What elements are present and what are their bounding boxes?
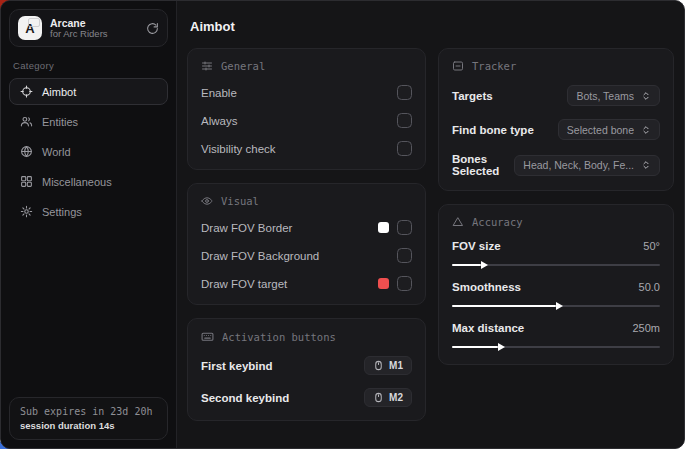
session-duration-text: session duration 14s [20,420,157,431]
sidebar-item-label: Entities [42,116,78,128]
card-title-label: Accuracy [472,216,523,228]
sidebar-item-entities[interactable]: Entities [9,108,168,135]
slider-fill [452,346,498,348]
setting-row-visibility-check: Visibility check [201,141,412,156]
dropdown-value: Selected bone [567,124,634,136]
setting-group-fov-size: FOV size 50° [452,240,660,269]
setting-row-draw-fov-border: Draw FOV Border [201,220,412,235]
dropdown-value: Head, Neck, Body, Fe... [523,159,634,171]
draw-fov-border-checkbox[interactable] [397,220,412,235]
sliders-icon [201,60,213,72]
max-distance-value: 250m [632,322,660,334]
keybind-value: M1 [389,360,403,371]
sidebar-item-label: Miscellaneous [42,176,112,188]
category-label: Category [13,60,164,71]
fov-target-color-swatch[interactable] [378,278,389,289]
mouse-icon [373,360,384,371]
setting-row-enable: Enable [201,85,412,100]
refresh-icon[interactable] [146,22,159,35]
max-distance-slider[interactable] [452,343,660,351]
eye-icon [201,195,213,207]
first-keybind-button[interactable]: M1 [364,356,412,375]
sidebar-item-aimbot[interactable]: Aimbot [9,78,168,105]
app-meta: Arcane for Arc Riders [50,17,108,40]
page-title: Aimbot [190,19,674,34]
targets-dropdown[interactable]: Bots, Teams [567,85,660,106]
grid-icon [20,175,33,188]
setting-label: Visibility check [201,143,276,155]
fov-size-value: 50° [643,240,660,252]
sidebar-item-label: World [42,146,71,158]
setting-label: Always [201,115,237,127]
fov-size-slider[interactable] [452,261,660,269]
chevrons-up-down-icon [641,160,651,170]
main-content: Aimbot General Enable [177,1,684,448]
always-checkbox[interactable] [397,113,412,128]
draw-fov-target-checkbox[interactable] [397,276,412,291]
app-name: Arcane [50,17,108,29]
setting-row-targets: Targets Bots, Teams [452,85,660,106]
visual-card: Visual Draw FOV Border Draw FOV Backgrou… [187,183,426,305]
card-title-label: Visual [221,195,259,207]
bones-selected-dropdown[interactable]: Head, Neck, Body, Fe... [514,155,660,176]
card-title-label: General [221,60,265,72]
sidebar-item-miscellaneous[interactable]: Miscellaneous [9,168,168,195]
page: A Arcane for Arc Riders Category Aimbot [0,0,685,449]
accuracy-card: Accuracy FOV size 50° [438,204,674,365]
setting-group-max-distance: Max distance 250m [452,322,660,351]
general-card: General Enable Always Visibility check [187,48,426,170]
chevrons-up-down-icon [641,91,651,101]
app-logo: A [18,16,42,40]
fov-border-color-swatch[interactable] [378,222,389,233]
sidebar: A Arcane for Arc Riders Category Aimbot [1,1,177,448]
app-header-card: A Arcane for Arc Riders [9,9,168,47]
triangle-icon [452,216,464,228]
setting-label: Draw FOV Background [201,250,319,262]
draw-fov-background-checkbox[interactable] [397,248,412,263]
slider-fill [452,264,481,266]
smoothness-slider[interactable] [452,302,660,310]
card-title-label: Activation buttons [222,331,336,343]
crosshair-icon [20,85,33,98]
smoothness-value: 50.0 [639,281,660,293]
setting-row-first-keybind: First keybind M1 [201,356,412,375]
setting-row-draw-fov-target: Draw FOV target [201,276,412,291]
sidebar-item-settings[interactable]: Settings [9,198,168,225]
keybind-value: M2 [389,392,403,403]
sidebar-item-label: Aimbot [42,86,76,98]
setting-row-bones-selected: Bones Selected Head, Neck, Body, Fe... [452,153,660,177]
visibility-check-checkbox[interactable] [397,141,412,156]
enable-checkbox[interactable] [397,85,412,100]
setting-label: Targets [452,90,493,102]
setting-label: Find bone type [452,124,534,136]
left-column: General Enable Always Visibility check [187,48,426,421]
setting-label: First keybind [201,360,273,372]
sidebar-item-world[interactable]: World [9,138,168,165]
mouse-icon [373,392,384,403]
subscription-expiry-text: Sub expires in 23d 20h [20,406,157,417]
dropdown-value: Bots, Teams [576,90,634,102]
setting-row-draw-fov-background: Draw FOV Background [201,248,412,263]
activation-buttons-card: Activation buttons First keybind M1 [187,318,426,421]
chevrons-up-down-icon [641,125,651,135]
setting-label: Second keybind [201,392,289,404]
gear-icon [20,205,33,218]
keyboard-icon [201,330,214,343]
right-column: Tracker Targets Bots, Teams [438,48,674,365]
setting-group-smoothness: Smoothness 50.0 [452,281,660,310]
sidebar-item-label: Settings [42,206,82,218]
app-subtitle: for Arc Riders [50,29,108,40]
scan-icon [452,60,464,72]
subscription-info-card: Sub expires in 23d 20h session duration … [9,397,168,440]
second-keybind-button[interactable]: M2 [364,388,412,407]
setting-label: FOV size [452,240,501,252]
setting-row-always: Always [201,113,412,128]
app-window: A Arcane for Arc Riders Category Aimbot [0,0,685,449]
setting-label: Bones Selected [452,153,514,177]
setting-label: Draw FOV target [201,278,287,290]
tracker-card: Tracker Targets Bots, Teams [438,48,674,191]
setting-row-second-keybind: Second keybind M2 [201,388,412,407]
find-bone-type-dropdown[interactable]: Selected bone [558,119,660,140]
setting-label: Max distance [452,322,524,334]
globe-icon [20,145,33,158]
